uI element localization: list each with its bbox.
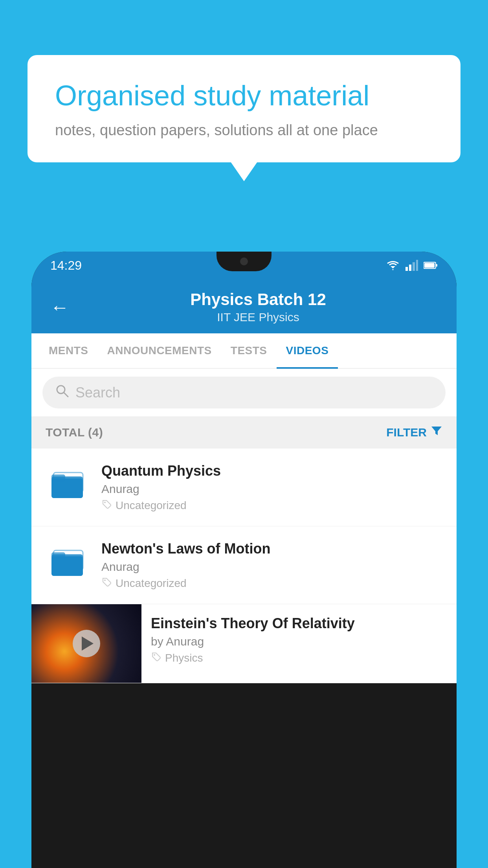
- svg-point-20: [104, 579, 106, 581]
- folder-icon: [46, 541, 89, 584]
- back-button[interactable]: ←: [50, 296, 69, 318]
- search-placeholder: Search: [75, 384, 120, 401]
- bubble-subtitle: notes, question papers, solutions all at…: [55, 122, 433, 139]
- video-tag: Uncategorized: [101, 499, 442, 512]
- tag-icon: [101, 577, 112, 590]
- status-time: 14:29: [50, 258, 82, 273]
- svg-rect-3: [413, 262, 415, 271]
- battery-icon: [424, 261, 438, 269]
- svg-rect-1: [405, 267, 408, 271]
- app-header: ← Physics Batch 12 IIT JEE Physics: [31, 279, 457, 333]
- svg-point-15: [104, 502, 106, 503]
- folder-icon: [46, 463, 89, 506]
- list-item[interactable]: Quantum Physics Anurag Uncategorized: [31, 449, 457, 526]
- video-author: by Anurag: [151, 635, 447, 648]
- video-tag: Physics: [151, 651, 447, 664]
- tab-announcements[interactable]: ANNOUNCEMENTS: [98, 333, 221, 368]
- svg-marker-0: [391, 266, 395, 268]
- notch: [216, 252, 272, 271]
- svg-marker-10: [431, 427, 442, 435]
- svg-rect-7: [424, 263, 435, 268]
- video-title: Newton's Laws of Motion: [101, 541, 442, 557]
- video-title: Quantum Physics: [101, 463, 442, 479]
- svg-rect-2: [409, 265, 411, 271]
- camera-dot: [240, 257, 248, 265]
- search-icon: [55, 384, 69, 401]
- bubble-title: Organised study material: [55, 79, 433, 112]
- svg-point-21: [154, 654, 155, 656]
- list-item[interactable]: Einstein's Theory Of Relativity by Anura…: [31, 604, 457, 683]
- speech-bubble-card: Organised study material notes, question…: [28, 55, 460, 162]
- search-bar-wrap: Search: [31, 369, 457, 416]
- video-author: Anurag: [101, 560, 442, 574]
- total-count: TOTAL (4): [46, 426, 103, 439]
- filter-button[interactable]: FILTER: [386, 425, 442, 440]
- video-title: Einstein's Theory Of Relativity: [151, 615, 447, 632]
- tab-tests[interactable]: TESTS: [221, 333, 277, 368]
- status-bar: 14:29: [31, 252, 457, 279]
- video-author: Anurag: [101, 482, 442, 496]
- batch-title: Physics Batch 12: [79, 290, 438, 309]
- play-button[interactable]: [73, 630, 100, 657]
- video-thumbnail: [31, 604, 141, 683]
- tab-ments[interactable]: MENTS: [39, 333, 98, 368]
- tab-bar: MENTS ANNOUNCEMENTS TESTS VIDEOS: [31, 333, 457, 369]
- filter-label: FILTER: [386, 426, 427, 439]
- header-title-block: Physics Batch 12 IIT JEE Physics: [79, 290, 438, 324]
- status-icons: [386, 260, 438, 271]
- svg-rect-6: [436, 264, 437, 267]
- signal-icon: [405, 260, 418, 271]
- tag-label: Uncategorized: [116, 577, 187, 590]
- batch-subtitle: IIT JEE Physics: [79, 311, 438, 324]
- tag-icon: [151, 651, 161, 664]
- tab-videos[interactable]: VIDEOS: [277, 333, 338, 368]
- filter-funnel-icon: [431, 425, 442, 440]
- video-list: Quantum Physics Anurag Uncategorized: [31, 449, 457, 683]
- video-info: Quantum Physics Anurag Uncategorized: [101, 463, 442, 512]
- tag-label: Uncategorized: [116, 499, 187, 512]
- tag-icon: [101, 499, 112, 512]
- list-item[interactable]: Newton's Laws of Motion Anurag Uncategor…: [31, 526, 457, 604]
- svg-rect-4: [416, 260, 418, 271]
- video-info: Einstein's Theory Of Relativity by Anura…: [141, 604, 457, 675]
- speech-bubble-section: Organised study material notes, question…: [28, 55, 460, 162]
- video-tag: Uncategorized: [101, 577, 442, 590]
- filter-bar: TOTAL (4) FILTER: [31, 416, 457, 449]
- wifi-icon: [386, 260, 400, 271]
- search-bar[interactable]: Search: [42, 377, 446, 408]
- play-triangle-icon: [82, 636, 94, 651]
- video-info: Newton's Laws of Motion Anurag Uncategor…: [101, 541, 442, 590]
- phone-frame: 14:29 ←: [31, 252, 457, 868]
- svg-line-9: [64, 393, 68, 397]
- tag-label: Physics: [165, 652, 203, 664]
